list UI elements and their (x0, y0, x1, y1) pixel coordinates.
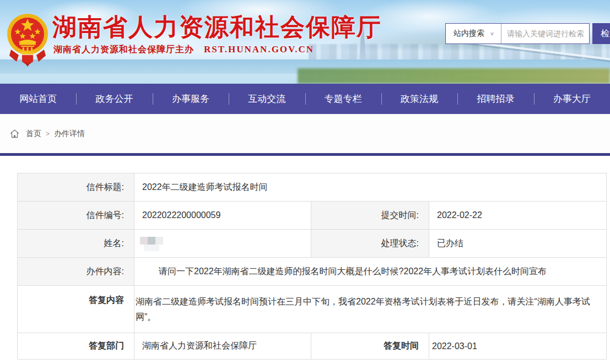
search-button[interactable]: 检 索 (592, 23, 610, 44)
site-title: 湖南省人力资源和社会保障厅 (52, 11, 382, 44)
submit-time-value: 2022-02-22 (429, 202, 607, 230)
submit-time-label: 提交时间: (311, 202, 429, 230)
reply-dept-value: 湖南省人力资源和社会保障厅 (134, 333, 311, 360)
letter-number-label: 信件编号: (18, 202, 134, 230)
nav-item-special-topics[interactable]: 专题专栏 (305, 84, 381, 114)
breadcrumb-home-link[interactable]: 首页 (26, 129, 41, 139)
search-scope-select[interactable]: 站内搜索 ∨ (446, 29, 501, 39)
content-value: 请问一下2022年湖南省二级建造师的报名时间大概是什么时候?2022年人事考试计… (134, 258, 607, 286)
page-content: 信件标题: 2022年二级建造师考试报名时间 信件编号: 20220222000… (0, 156, 610, 360)
site-domain: RST.HUNAN.GOV.CN (204, 44, 314, 55)
breadcrumb: 首页 > 办件详情 (0, 114, 610, 153)
breadcrumb-separator: > (46, 130, 50, 138)
redacted-name-mosaic (140, 236, 164, 251)
status-value: 已办结 (429, 230, 607, 258)
site-header: 湖南省人力资源和社会保障厅 湖南省人力资源和社会保障厅主办 RST.HUNAN.… (0, 0, 610, 84)
main-nav: 网站首页 政务公开 办事服务 互动交流 专题专栏 政策法规 招聘招录 办事大厅 (0, 84, 610, 114)
reply-dept-label: 答复部门 (18, 333, 134, 360)
search-divider (501, 23, 501, 44)
search-box: 站内搜索 ∨ (445, 23, 590, 44)
search-input[interactable] (501, 29, 589, 38)
reply-content-value: 湖南省二级建造师考试报名时间预计在三月中下旬，我省2022年资格考试计划表将于近… (134, 286, 607, 333)
nav-item-gov-info[interactable]: 政务公开 (76, 84, 152, 114)
nav-item-services[interactable]: 办事服务 (153, 84, 229, 114)
nav-item-interaction[interactable]: 互动交流 (229, 84, 305, 114)
site-subtitle: 湖南省人力资源和社会保障厅主办 (53, 44, 194, 56)
reply-time-value: 2022-03-01 (429, 333, 607, 360)
nav-item-recruitment[interactable]: 招聘招录 (457, 84, 533, 114)
national-emblem-icon (4, 3, 51, 84)
letter-title-value: 2022年二级建造师考试报名时间 (134, 173, 607, 202)
name-label: 姓名: (18, 230, 134, 258)
breadcrumb-current: 办件详情 (54, 129, 85, 139)
letter-title-label: 信件标题: (18, 173, 134, 202)
chevron-down-icon: ∨ (490, 31, 494, 36)
nav-item-policies[interactable]: 政策法规 (381, 84, 457, 114)
header-background-riverbank (298, 68, 610, 84)
reply-content-label: 答复内容 (18, 286, 134, 333)
search-scope-label: 站内搜索 (454, 29, 484, 39)
site-search: 站内搜索 ∨ 检 索 (445, 23, 610, 44)
nav-item-service-hall[interactable]: 办事大厅 (534, 84, 610, 114)
letter-number-value: 2022022200000059 (134, 202, 311, 230)
nav-item-home[interactable]: 网站首页 (0, 84, 76, 114)
status-label: 处理状态: (311, 230, 429, 258)
name-value-cell (134, 230, 311, 258)
reply-time-label: 答复时间 (311, 333, 429, 360)
home-icon[interactable] (10, 129, 19, 138)
content-label: 办件内容: (18, 258, 134, 286)
letter-detail-table: 信件标题: 2022年二级建造师考试报名时间 信件编号: 20220222000… (17, 173, 607, 360)
